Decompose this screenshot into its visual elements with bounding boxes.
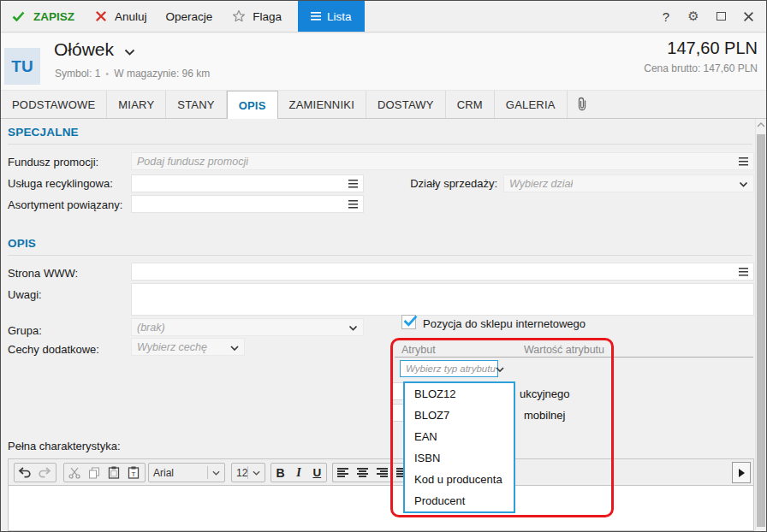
svg-text:T: T bbox=[131, 470, 135, 478]
align-center-button[interactable] bbox=[353, 464, 372, 482]
chevron-down-icon bbox=[230, 341, 239, 353]
editor-content-area[interactable] bbox=[8, 486, 754, 531]
attachments-tab[interactable] bbox=[568, 91, 597, 118]
attribute-value-column-header: Wartość atrybutu bbox=[524, 344, 604, 356]
fundusz-promocji-label: Fundusz promocji: bbox=[8, 156, 98, 168]
grupa-value: (brak) bbox=[137, 322, 165, 334]
usluga-recyklingowa-field[interactable] bbox=[131, 174, 364, 192]
chevron-down-icon bbox=[739, 178, 748, 190]
paperclip-icon bbox=[576, 97, 588, 112]
uwagi-label: Uwagi: bbox=[8, 288, 42, 301]
tab-crm[interactable]: CRM bbox=[446, 91, 495, 118]
attribute-type-options-list: BLOZ12 BLOZ7 EAN ISBN Kod u producenta P… bbox=[403, 381, 515, 513]
help-button[interactable]: ? bbox=[658, 9, 674, 24]
undo-redo-group bbox=[14, 463, 56, 482]
picker-lines-icon[interactable] bbox=[739, 268, 748, 276]
product-price: 147,60 PLN bbox=[667, 38, 758, 58]
operations-button[interactable]: Operacje bbox=[157, 1, 223, 32]
align-center-icon bbox=[357, 468, 368, 477]
paste-button[interactable] bbox=[104, 464, 123, 482]
copy-icon bbox=[88, 467, 100, 479]
toolbar-overflow-button[interactable] bbox=[732, 462, 751, 483]
cechy-dodatkowe-select[interactable]: Wybierz cechę bbox=[131, 338, 245, 356]
cut-button[interactable] bbox=[64, 464, 84, 482]
maximize-button[interactable] bbox=[713, 9, 728, 24]
dzialy-sprzedazy-label: Działy sprzedaży: bbox=[399, 177, 497, 190]
attribute-type-option[interactable]: Kod u producenta bbox=[405, 469, 514, 490]
undo-button[interactable] bbox=[15, 464, 34, 482]
check-icon bbox=[10, 9, 26, 24]
grid-divider bbox=[395, 357, 753, 358]
flag-button[interactable]: Flaga bbox=[222, 1, 291, 32]
bold-button[interactable]: B bbox=[271, 464, 289, 482]
font-family-value: Arial bbox=[153, 467, 174, 479]
tab-podstawowe[interactable]: PODSTAWOWE bbox=[1, 91, 107, 118]
scroll-up-arrow-icon[interactable] bbox=[756, 122, 766, 127]
save-button[interactable]: ZAPISZ bbox=[1, 1, 84, 32]
align-right-button[interactable] bbox=[372, 464, 392, 482]
list-icon bbox=[311, 12, 321, 21]
align-right-icon bbox=[377, 468, 388, 477]
asortyment-powiazany-label: Asortyment powiązany: bbox=[8, 198, 122, 211]
tab-galeria[interactable]: GALERIA bbox=[495, 91, 568, 118]
save-label: ZAPISZ bbox=[33, 10, 74, 23]
vertical-scrollbar[interactable] bbox=[755, 119, 766, 531]
dzialy-sprzedazy-select[interactable]: Wybierz dział bbox=[503, 174, 754, 192]
paste-text-icon: T bbox=[128, 466, 140, 479]
attribute-type-option[interactable]: EAN bbox=[405, 426, 514, 447]
app-window: ZAPISZ Anuluj Operacje Flaga Lista ? ⚙ bbox=[0, 0, 767, 532]
attribute-column-header: Atrybut bbox=[401, 344, 436, 356]
scrollbar-thumb[interactable] bbox=[757, 134, 765, 527]
cancel-button[interactable]: Anuluj bbox=[84, 1, 157, 32]
product-price-gross: Cena brutto: 147,60 PLN bbox=[644, 62, 758, 74]
italic-button[interactable]: I bbox=[289, 464, 307, 482]
tab-dostawy[interactable]: DOSTAWY bbox=[366, 91, 446, 118]
separator-dot: • bbox=[105, 68, 109, 79]
attribute-type-option[interactable]: BLOZ12 bbox=[405, 383, 514, 405]
align-left-button[interactable] bbox=[333, 464, 353, 482]
attribute-type-dropdown[interactable]: Wybierz typ atrybutu bbox=[400, 360, 498, 377]
chevron-down-icon bbox=[348, 322, 358, 334]
asortyment-powiazany-field[interactable] bbox=[131, 195, 364, 213]
font-size-value: 12 bbox=[236, 467, 247, 479]
fundusz-promocji-placeholder: Podaj fundusz promocji bbox=[137, 156, 248, 168]
fundusz-promocji-field[interactable]: Podaj fundusz promocji bbox=[131, 152, 754, 170]
picker-lines-icon[interactable] bbox=[348, 200, 358, 209]
uwagi-textarea[interactable] bbox=[131, 283, 754, 316]
settings-gear-icon[interactable]: ⚙ bbox=[686, 9, 701, 24]
section-title-opis: OPIS bbox=[8, 237, 36, 250]
obscured-row-text: mobilnej bbox=[524, 409, 565, 422]
shop-checkbox[interactable] bbox=[401, 315, 416, 329]
font-size-select[interactable]: 12 bbox=[231, 463, 265, 482]
font-family-select[interactable]: Arial bbox=[148, 463, 225, 482]
copy-button[interactable] bbox=[84, 464, 104, 482]
tab-stany[interactable]: STANY bbox=[166, 91, 226, 118]
titlebar: ZAPISZ Anuluj Operacje Flaga Lista ? ⚙ bbox=[1, 1, 766, 33]
tab-opis[interactable]: OPIS bbox=[227, 91, 278, 119]
underline-button[interactable]: U bbox=[308, 464, 326, 482]
product-stock: W magazynie: 96 km bbox=[114, 68, 210, 80]
clipboard-group: T bbox=[63, 463, 146, 482]
strona-www-field[interactable] bbox=[131, 263, 754, 281]
grupa-select[interactable]: (brak) bbox=[131, 318, 364, 336]
redo-icon bbox=[38, 467, 51, 478]
dzialy-sprzedazy-placeholder: Wybierz dział bbox=[509, 178, 573, 190]
maximize-icon bbox=[716, 12, 726, 21]
picker-lines-icon[interactable] bbox=[348, 180, 358, 188]
section-title-specjalne: SPECJALNE bbox=[8, 126, 79, 139]
close-button[interactable] bbox=[740, 9, 756, 24]
list-label: Lista bbox=[327, 10, 352, 23]
title-chevron-down-icon[interactable] bbox=[124, 39, 135, 60]
attribute-type-option[interactable]: ISBN bbox=[405, 447, 514, 469]
tab-zamienniki[interactable]: ZAMIENNIKI bbox=[278, 91, 366, 118]
tab-miary[interactable]: MIARY bbox=[107, 91, 166, 118]
shop-checkbox-label: Pozycja do sklepu internetowego bbox=[423, 317, 586, 330]
redo-button[interactable] bbox=[34, 464, 54, 482]
paste-text-button[interactable]: T bbox=[123, 464, 143, 482]
list-button[interactable]: Lista bbox=[298, 1, 365, 32]
attribute-type-option[interactable]: Producent bbox=[405, 490, 514, 511]
chevron-down-icon bbox=[207, 466, 220, 479]
picker-lines-icon[interactable] bbox=[739, 157, 748, 166]
divider bbox=[8, 144, 752, 145]
attribute-type-option[interactable]: BLOZ7 bbox=[405, 405, 514, 426]
